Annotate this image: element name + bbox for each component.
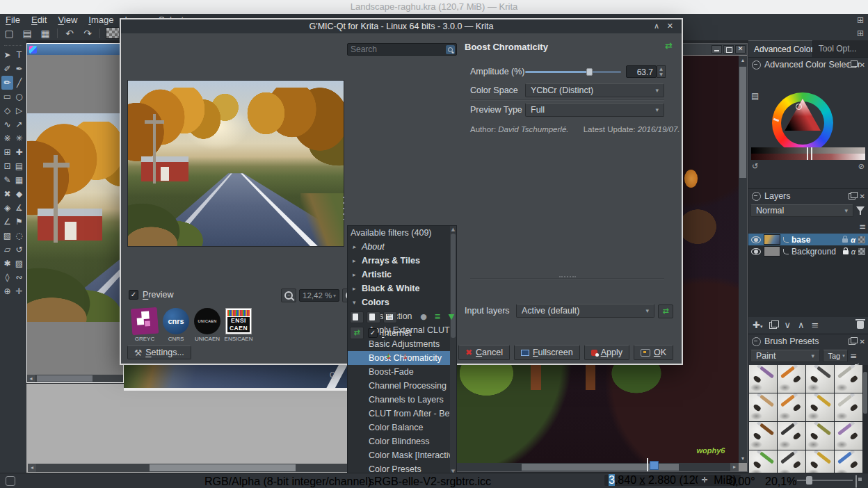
tool-edit-shapes[interactable]: ✐ (1, 62, 13, 76)
ok-button[interactable]: OK (634, 345, 673, 360)
tool-crop[interactable]: ⊡ (1, 159, 13, 173)
input-layers-select[interactable]: Active (default)▾ (516, 304, 654, 318)
tool-gradient[interactable]: ▤ (13, 159, 25, 173)
document-window-landscape[interactable]: ◂ (26, 43, 124, 383)
float-icon[interactable] (849, 193, 855, 200)
filter-category[interactable]: ▸Artistic (348, 268, 456, 282)
tool-multibrush[interactable]: ✳ (13, 131, 25, 145)
value-gradient-bar[interactable] (751, 147, 865, 154)
close-icon[interactable]: ✕ (735, 45, 746, 54)
workspace-chooser-icon[interactable]: ⊞ (857, 29, 864, 38)
visibility-eye-icon[interactable] (751, 236, 761, 243)
image-dimensions-field[interactable]: 3.840 x 2.880 (120,7 MiB) (604, 475, 741, 486)
copy-command-icon[interactable] (647, 458, 648, 471)
tool-enclose-fill[interactable]: ◈ (1, 201, 13, 215)
filter-item[interactable]: Color Balance (348, 421, 456, 434)
history-icon[interactable]: ↺ (752, 162, 758, 171)
internet-checkbox[interactable]: ✓ (368, 328, 378, 338)
filter-category[interactable]: ▾Colors (348, 295, 456, 309)
fit-page-icon[interactable] (855, 475, 857, 488)
preview-checkbox[interactable]: ✓ (129, 290, 138, 300)
tool-ellipse-select[interactable]: ◌ (13, 229, 25, 243)
brush-preset[interactable] (778, 365, 805, 393)
settings-button[interactable]: ⚒ Settings... (127, 345, 191, 359)
tool-freehand-path[interactable]: ↗ (13, 117, 25, 131)
filter-item[interactable]: Basic Adjustments (348, 337, 456, 351)
tool-freehand-brush[interactable]: ✏ (1, 76, 13, 90)
slider-handle[interactable] (586, 68, 593, 76)
filter-item[interactable]: Boost-Fade (348, 365, 456, 379)
tool-pattern-edit[interactable]: ▦ (13, 173, 25, 187)
unlock-icon[interactable] (842, 238, 848, 243)
tool-rectangle[interactable]: ▭ (1, 90, 13, 104)
brush-preset[interactable] (806, 393, 834, 421)
toolbox-grip[interactable] (4, 40, 22, 46)
amplitude-slider[interactable] (525, 71, 621, 73)
tool-fill[interactable]: ◆ (13, 187, 25, 201)
presets-scrollbar[interactable] (862, 365, 868, 488)
refresh-layers-icon[interactable]: ⇄ (658, 304, 673, 318)
menu-view[interactable]: View (52, 14, 83, 26)
scrollbar-thumb[interactable] (739, 67, 746, 178)
scrollbar-thumb[interactable] (37, 375, 93, 382)
scroll-left-icon[interactable]: ◂ (28, 464, 36, 472)
pattern-swatch[interactable] (106, 27, 120, 39)
apply-button[interactable]: Apply (584, 345, 629, 360)
float-icon[interactable] (849, 62, 855, 68)
tool-contiguous-select[interactable]: ✱ (1, 257, 13, 270)
brush-preset[interactable] (749, 365, 777, 393)
subwindow-vscrollbar[interactable]: ▴ ▾ (739, 56, 747, 463)
filter-item[interactable]: Color Mask [Interactive] (348, 448, 456, 462)
tool-pan[interactable]: ✛ (13, 284, 25, 298)
dialog-titlebar[interactable]: G'MIC-Qt for Krita - Linux 64 bits - 3.0… (121, 19, 682, 33)
tool-zoom[interactable]: ⊕ (1, 284, 13, 298)
filter-item[interactable]: CLUT from After - Before (348, 407, 456, 421)
lock-icon[interactable] (843, 250, 849, 254)
tool-move[interactable]: ✚ (13, 145, 25, 159)
tool-bezier-select[interactable]: ◊ (1, 270, 13, 284)
brush-preset[interactable] (835, 422, 862, 450)
tool-select-shapes[interactable]: ➤ (1, 48, 13, 62)
duplicate-layer-icon[interactable] (769, 322, 777, 329)
brush-preset[interactable] (835, 365, 862, 393)
scrollbar-thumb[interactable] (150, 464, 296, 471)
filter-category[interactable]: ▸About (348, 240, 456, 254)
no-color-icon[interactable]: ⊘ (858, 162, 865, 171)
zoom-slider[interactable] (797, 480, 853, 481)
filter-item[interactable]: Channels to Layers (348, 393, 456, 407)
inherit-alpha-icon[interactable] (783, 249, 789, 254)
close-icon[interactable]: ✕ (860, 61, 865, 69)
preview-type-select[interactable]: Full▾ (525, 103, 664, 117)
rename-fave-icon[interactable]: ABC123 (383, 311, 397, 323)
tool-smart-patch[interactable]: ✖ (1, 187, 13, 201)
filter-list-scrollbar[interactable]: ▲▼ (450, 226, 456, 475)
tool-text[interactable]: T (13, 48, 25, 62)
filter-search-input[interactable] (348, 44, 446, 54)
splitter-handle[interactable] (342, 195, 345, 220)
scroll-left-icon[interactable]: ◂ (27, 375, 35, 382)
layer-row-background[interactable]: Backgroundα (748, 245, 868, 257)
brush-preset[interactable] (778, 393, 805, 421)
tool-measure[interactable]: ∠ (1, 215, 13, 229)
menu-file[interactable]: File (0, 14, 26, 26)
brush-preset[interactable] (806, 422, 834, 450)
layers-menu-icon[interactable]: ≡ (859, 222, 866, 231)
tool-magnetic-select[interactable]: ∾ (13, 270, 25, 284)
menubar-grid-icon[interactable]: ⊞ (857, 15, 864, 25)
presets-menu-icon[interactable]: ≡ (850, 351, 857, 361)
tab-tool-options[interactable]: Tool Opt... (812, 40, 868, 57)
tool-reference-images[interactable]: ⚑ (13, 215, 25, 229)
delete-layer-icon[interactable] (857, 321, 864, 329)
inherit-alpha-icon[interactable] (783, 237, 789, 243)
close-icon[interactable]: ✕ (860, 338, 865, 345)
zoom-out-icon[interactable]: − (281, 288, 296, 302)
canvas-viewport[interactable] (27, 56, 123, 375)
chevron-right-icon[interactable]: ▸ (353, 254, 356, 268)
blend-mode-select[interactable]: Normal▾ (750, 204, 853, 217)
subwindow-hscrollbar[interactable]: ◂ (27, 375, 123, 382)
add-fave-icon[interactable] (350, 311, 364, 323)
chevron-down-icon[interactable]: ▾ (353, 295, 356, 309)
menu-image[interactable]: Image (83, 14, 119, 26)
tool-rect-select[interactable]: ▧ (1, 229, 13, 243)
chevron-right-icon[interactable]: ▸ (353, 240, 356, 254)
